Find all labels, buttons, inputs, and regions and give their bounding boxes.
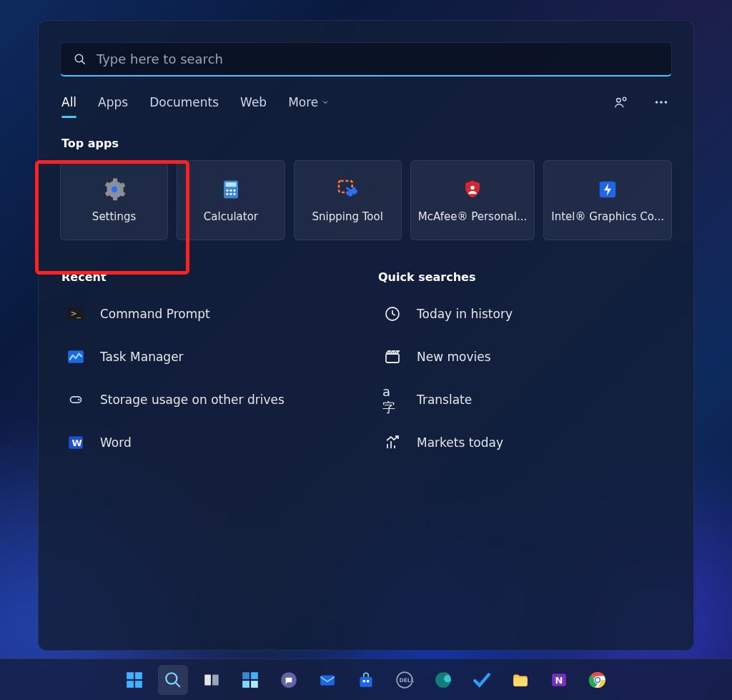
list-item-label: Today in history [417,307,513,321]
top-app-snipping-tool[interactable]: Snipping Tool [294,160,402,240]
search-input[interactable] [97,51,658,66]
gear-icon [102,177,127,202]
top-app-intel-graphics[interactable]: Intel® Graphics Co... [543,160,672,240]
tab-all[interactable]: All [60,89,78,115]
windows-icon [125,671,144,689]
svg-rect-46 [251,681,258,688]
recent-item-command-prompt[interactable]: >_ Command Prompt [60,294,355,334]
svg-point-13 [226,193,228,195]
svg-point-7 [111,187,117,193]
svg-line-40 [176,682,180,686]
svg-point-10 [226,189,228,192]
svg-rect-41 [204,674,211,685]
calculator-icon [219,177,243,202]
svg-rect-49 [360,676,372,686]
taskbar-teams-button[interactable] [274,665,304,695]
quick-search-today-in-history[interactable]: Today in history [377,294,672,334]
quick-search-markets-today[interactable]: Markets today [377,423,672,463]
taskbar-mail-button[interactable] [312,665,342,695]
recent-item-storage-usage[interactable]: Storage usage on other drives [60,380,355,420]
svg-text:DELL: DELL [399,677,414,684]
recent-item-word[interactable]: W Word [60,423,355,463]
word-icon: W [66,433,86,453]
svg-rect-45 [242,681,249,688]
taskbar-search-button[interactable] [158,665,188,695]
taskbar-start-button[interactable] [119,665,149,695]
search-panel: All Apps Documents Web More Top apps Set… [38,20,694,651]
lightning-icon [595,177,620,202]
taskbar-task-view-button[interactable] [197,665,227,695]
tab-documents[interactable]: Documents [148,89,220,115]
svg-rect-44 [251,672,258,679]
svg-rect-48 [320,675,335,685]
list-item-label: Task Manager [100,350,184,364]
drive-icon [66,390,86,410]
widgets-icon [241,671,259,689]
top-app-label: Intel® Graphics Co... [551,210,664,223]
svg-rect-37 [127,681,134,688]
search-bar[interactable] [60,42,672,77]
edge-icon [434,671,452,689]
taskbar-todo-button[interactable] [467,665,497,695]
clapperboard-icon [382,347,402,367]
list-item-label: Storage usage on other drives [100,393,285,407]
list-item-label: New movies [417,350,491,364]
store-icon [357,671,375,689]
ellipsis-icon [653,94,669,110]
recent-item-task-manager[interactable]: Task Manager [60,337,355,377]
search-across-button[interactable] [610,92,632,113]
list-item-label: Markets today [417,435,503,450]
tab-more[interactable]: More [287,89,331,115]
top-app-label: Snipping Tool [312,210,382,223]
scissors-icon [335,177,360,202]
search-icon [74,53,86,66]
top-app-calculator[interactable]: Calculator [177,160,285,240]
taskbar-edge-button[interactable] [428,665,458,695]
svg-point-60 [595,678,599,681]
more-options-button[interactable] [651,92,672,113]
tab-web[interactable]: Web [239,89,268,115]
taskbar-store-button[interactable] [351,665,381,695]
recent-list: >_ Command Prompt Task Manager Storage u… [60,294,355,463]
svg-rect-42 [212,674,219,685]
top-app-settings[interactable]: Settings [60,160,168,240]
people-icon [613,94,629,110]
translate-icon: a字 [382,390,402,410]
mail-icon [318,671,337,689]
clock-icon [382,304,402,324]
taskbar-explorer-button[interactable] [505,665,535,695]
svg-point-2 [617,99,621,103]
svg-point-12 [233,189,235,192]
svg-rect-36 [135,672,142,679]
svg-point-4 [656,101,658,104]
task-view-icon [202,671,221,689]
search-icon [164,671,182,689]
onenote-icon: N [550,671,568,689]
svg-text:N: N [555,675,563,686]
svg-text:>_: >_ [70,309,81,318]
svg-point-3 [623,97,626,101]
tab-apps[interactable]: Apps [97,89,129,115]
chart-icon [66,347,86,367]
taskbar-widgets-button[interactable] [235,665,265,695]
taskbar-dell-button[interactable]: DELL [390,665,420,695]
top-app-label: McAfee® Personal... [418,210,528,223]
svg-rect-35 [127,672,134,679]
quick-search-translate[interactable]: a字 Translate [377,380,672,420]
taskbar-onenote-button[interactable]: N [544,665,574,695]
svg-point-14 [229,193,232,195]
svg-point-11 [229,189,232,192]
quick-searches-list: Today in history New movies a字 Translate… [377,294,672,463]
filter-tabs: All Apps Documents Web More [60,81,672,124]
svg-point-0 [75,54,83,62]
list-item-label: Word [100,435,132,450]
dell-icon: DELL [395,671,414,689]
taskbar: DELL N [0,659,732,700]
top-app-mcafee[interactable]: McAfee® Personal... [410,160,535,240]
chrome-icon [588,671,607,689]
quick-searches-heading: Quick searches [378,270,672,284]
taskbar-chrome-button[interactable] [583,665,613,695]
quick-search-new-movies[interactable]: New movies [377,337,672,377]
svg-rect-55 [513,677,528,686]
trending-up-icon [382,433,402,453]
